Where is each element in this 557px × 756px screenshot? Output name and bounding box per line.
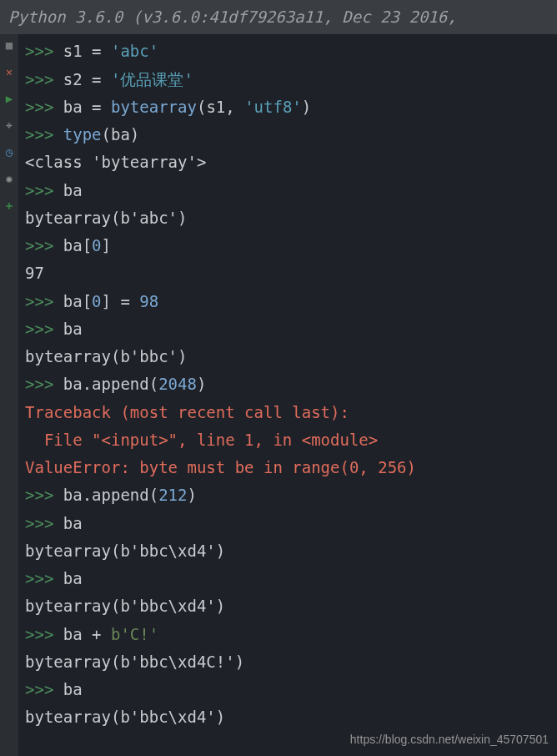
prompt: >>> bbox=[25, 625, 63, 643]
token-plain: ba bbox=[63, 625, 92, 643]
prompt: >>> bbox=[25, 320, 63, 338]
prompt: >>> bbox=[25, 680, 63, 698]
token-op: = bbox=[92, 70, 111, 88]
repl-output-line: bytearray(b'bbc\xd4') bbox=[25, 592, 552, 620]
token-plain: ba bbox=[63, 514, 83, 532]
token-str: 'utf8' bbox=[244, 98, 302, 116]
token-plain: ba bbox=[63, 181, 83, 199]
prompt: >>> bbox=[25, 42, 63, 60]
repl-error-line: ValueError: byte must be in range(0, 256… bbox=[25, 454, 552, 481]
token-plain: s1 bbox=[63, 42, 92, 60]
token-plain: ) bbox=[302, 98, 311, 116]
close-icon[interactable]: ✕ bbox=[3, 66, 15, 78]
prompt: >>> bbox=[25, 569, 63, 587]
repl-input-line: >>> ba bbox=[25, 676, 552, 703]
repl-output-line: bytearray(b'bbc\xd4') bbox=[25, 703, 552, 731]
token-plain: s2 bbox=[63, 70, 92, 88]
clock-icon[interactable]: ◷ bbox=[3, 146, 15, 158]
token-plain: ] bbox=[102, 292, 121, 310]
prompt: >>> bbox=[25, 486, 63, 504]
prompt: >>> bbox=[25, 292, 63, 310]
repl-input-line: >>> ba[0] bbox=[25, 232, 552, 260]
token-plain: ) bbox=[197, 375, 206, 393]
repl-input-line: >>> s1 = 'abc' bbox=[25, 38, 552, 65]
bug-icon[interactable]: ✺ bbox=[3, 173, 15, 184]
token-func: type bbox=[63, 125, 102, 144]
token-out: bytearray(b'bbc\xd4C!') bbox=[25, 653, 244, 671]
repl-error-line: File "<input>", line 1, in <module> bbox=[25, 426, 552, 454]
token-err: Traceback (most recent call last): bbox=[25, 403, 349, 421]
prompt: >>> bbox=[25, 98, 63, 116]
token-plain: (s1, bbox=[197, 98, 244, 116]
repl-output-line: <class 'bytearray'> bbox=[25, 149, 552, 176]
prompt: >>> bbox=[25, 236, 63, 255]
token-err: File "<input>", line 1, in <module> bbox=[25, 431, 378, 449]
token-plain: (ba) bbox=[102, 125, 140, 144]
token-num: 98 bbox=[139, 292, 158, 310]
token-plain: ba.append( bbox=[63, 486, 158, 504]
token-bstr: b'C!' bbox=[111, 625, 158, 643]
prompt: >>> bbox=[25, 181, 63, 199]
repl-input-line: >>> type(ba) bbox=[25, 121, 552, 149]
token-plain: ba bbox=[63, 680, 83, 698]
repl-input-line: >>> s2 = '优品课堂' bbox=[25, 66, 552, 93]
repl-input-line: >>> ba.append(2048) bbox=[25, 370, 552, 398]
token-out: <class 'bytearray'> bbox=[25, 153, 206, 171]
prompt: >>> bbox=[25, 375, 63, 393]
repl-input-line: >>> ba bbox=[25, 565, 552, 592]
token-str: '优品课堂' bbox=[111, 70, 193, 88]
token-op: = bbox=[92, 98, 111, 116]
tool-icon[interactable]: ⌖ bbox=[3, 119, 15, 131]
repl-output-line: bytearray(b'bbc\xd4') bbox=[25, 537, 552, 565]
repl-input-line: >>> ba bbox=[25, 315, 552, 343]
token-num: 0 bbox=[92, 292, 101, 310]
prompt: >>> bbox=[25, 70, 63, 88]
token-func: bytearray bbox=[111, 98, 197, 116]
repl-input-line: >>> ba bbox=[25, 510, 552, 537]
token-str: 'abc' bbox=[111, 42, 158, 60]
token-num: 2048 bbox=[158, 375, 197, 393]
square-icon[interactable]: ■ bbox=[3, 39, 15, 51]
repl-output-line: bytearray(b'bbc\xd4C!') bbox=[25, 648, 552, 676]
gutter-toolbar: ■ ✕ ▶ ⌖ ◷ ✺ ＋ bbox=[0, 34, 18, 756]
repl-input-line: >>> ba[0] = 98 bbox=[25, 288, 552, 315]
token-plain: ) bbox=[187, 486, 196, 504]
token-plain: ba bbox=[63, 320, 83, 338]
prompt: >>> bbox=[25, 125, 63, 144]
token-op: = bbox=[92, 42, 111, 60]
token-out: 97 bbox=[25, 264, 44, 282]
prompt: >>> bbox=[25, 514, 63, 532]
repl-output-line: bytearray(b'abc') bbox=[25, 204, 552, 232]
token-num: 0 bbox=[92, 236, 101, 255]
token-op: + bbox=[92, 625, 111, 643]
repl-output-line: 97 bbox=[25, 260, 552, 287]
main-area: ■ ✕ ▶ ⌖ ◷ ✺ ＋ >>> s1 = 'abc'>>> s2 = '优品… bbox=[0, 34, 557, 756]
token-out: bytearray(b'bbc\xd4') bbox=[25, 542, 225, 560]
repl-input-line: >>> ba bbox=[25, 177, 552, 204]
repl-output-line: bytearray(b'bbc') bbox=[25, 343, 552, 370]
repl-input-line: >>> ba.append(212) bbox=[25, 481, 552, 509]
token-out: bytearray(b'bbc\xd4') bbox=[25, 597, 225, 615]
title-bar: Python 3.6.0 (v3.6.0:41df79263a11, Dec 2… bbox=[0, 0, 557, 34]
token-out: bytearray(b'bbc\xd4') bbox=[25, 708, 225, 726]
repl-input-line: >>> ba + b'C!' bbox=[25, 621, 552, 648]
token-num: 212 bbox=[158, 486, 187, 504]
repl-output[interactable]: >>> s1 = 'abc'>>> s2 = '优品课堂'>>> ba = by… bbox=[18, 34, 557, 756]
watermark-text: https://blog.csdn.net/weixin_45707501 bbox=[350, 729, 549, 750]
token-plain: ba[ bbox=[63, 292, 92, 310]
play-icon[interactable]: ▶ bbox=[3, 93, 15, 104]
token-plain: ] bbox=[102, 236, 111, 255]
token-err: ValueError: byte must be in range(0, 256… bbox=[25, 458, 416, 476]
token-plain: ba.append( bbox=[63, 375, 158, 393]
token-plain: ba[ bbox=[63, 236, 92, 255]
token-plain: ba bbox=[63, 98, 92, 116]
token-out: bytearray(b'bbc') bbox=[25, 347, 187, 365]
token-plain: ba bbox=[63, 569, 83, 587]
token-out: bytearray(b'abc') bbox=[25, 209, 187, 227]
repl-input-line: >>> ba = bytearray(s1, 'utf8') bbox=[25, 93, 552, 121]
token-op: = bbox=[120, 292, 139, 310]
repl-error-line: Traceback (most recent call last): bbox=[25, 399, 552, 426]
plus-icon[interactable]: ＋ bbox=[3, 199, 15, 211]
